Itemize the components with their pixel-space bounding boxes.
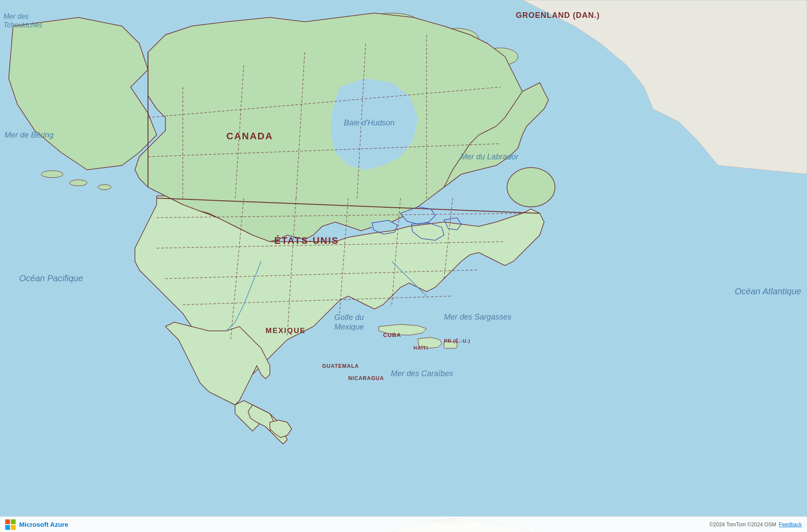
microsoft-logo: [5, 519, 16, 530]
azure-text: Microsoft Azure: [19, 521, 68, 528]
svg-point-5: [507, 168, 555, 207]
svg-point-25: [41, 171, 63, 178]
map-container: CANADA ÉTATS-UNIS MEXIQUE CUBA HAÏTI GUA…: [0, 0, 807, 532]
ms-square-yellow: [11, 525, 16, 530]
ms-square-blue: [5, 525, 10, 530]
copyright-text: ©2024 TomTom ©2024 OSM: [709, 522, 777, 528]
svg-point-26: [70, 180, 87, 186]
svg-point-27: [98, 185, 111, 190]
svg-rect-6: [444, 342, 457, 348]
map-svg: [0, 0, 807, 532]
bottom-bar: Microsoft Azure ©2024 TomTom ©2024 OSM F…: [0, 516, 807, 532]
ms-square-green: [11, 519, 16, 524]
feedback-link[interactable]: Feedback: [779, 522, 802, 528]
microsoft-azure-logo: Microsoft Azure: [5, 519, 68, 530]
ms-square-red: [5, 519, 10, 524]
